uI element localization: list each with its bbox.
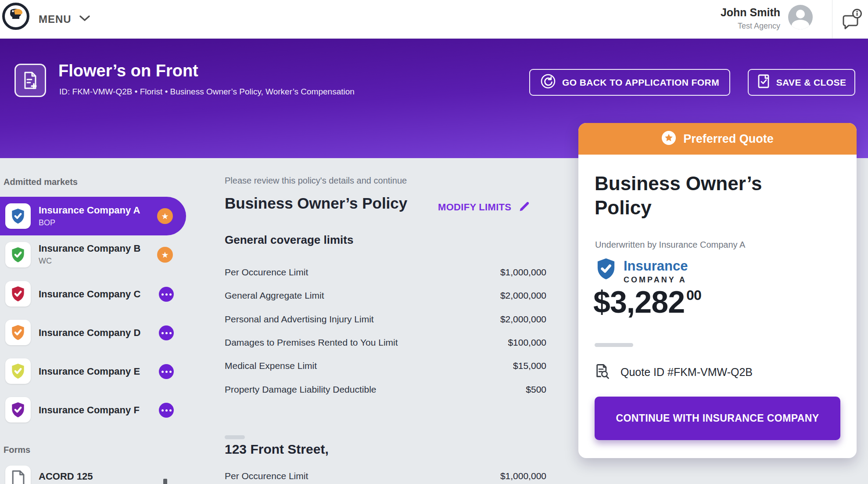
- limit-row: Personal and Advertising Injury Limit $2…: [225, 314, 546, 325]
- limit-value: $15,000: [513, 361, 546, 371]
- limit-label: Damages to Premises Rented to You Limit: [225, 337, 398, 348]
- card-divider: [595, 343, 633, 347]
- go-back-to-application-form-button[interactable]: GO BACK TO APPLICATION FORM: [529, 69, 730, 96]
- insurer-shield-icon: [594, 256, 618, 284]
- insurer-name-line2: COMPANY A: [624, 275, 688, 285]
- preferred-quote-banner: Preferred Quote: [578, 123, 857, 155]
- topbar: MENU John Smith Test Agency: [0, 0, 868, 39]
- avatar[interactable]: [788, 5, 813, 29]
- limit-value: $1,000,000: [500, 267, 546, 278]
- more-options-icon[interactable]: [159, 403, 174, 418]
- market-sub: WC: [39, 256, 52, 266]
- limit-row: Damages to Premises Rented to You Limit …: [225, 337, 546, 348]
- quote-price: $3,28200: [593, 285, 699, 320]
- shield-icon-company-a: [5, 203, 31, 229]
- quote-price-cents: 00: [686, 287, 701, 303]
- limit-label: General Aggregate Limit: [225, 290, 324, 301]
- shield-icon-company-b: [5, 242, 31, 267]
- limit-row: Property Damage Liability Deductible $50…: [225, 384, 546, 395]
- go-back-label: GO BACK TO APPLICATION FORM: [562, 77, 719, 88]
- toucan-logo-icon[interactable]: [2, 2, 30, 30]
- underwritten-by: Underwritten by Insurance Company A: [595, 240, 745, 250]
- application-meta: ID: FKM-VMW-Q2B • Florist • Business Own…: [59, 87, 355, 97]
- section-divider: [225, 435, 245, 439]
- market-name[interactable]: Insurance Company B: [39, 243, 140, 254]
- save-and-close-button[interactable]: SAVE & CLOSE: [748, 69, 855, 96]
- limit-value: $1,000,000: [500, 471, 546, 481]
- limit-row: Medical Expense Limit $15,000: [225, 361, 546, 371]
- insurer-logo: Insurance COMPANY A: [594, 256, 688, 285]
- page-title: Flower’s on Front: [58, 61, 198, 80]
- insurer-name-line1: Insurance: [624, 259, 688, 273]
- star-badge-icon[interactable]: ★: [157, 247, 173, 263]
- application-doc-icon: [14, 64, 46, 97]
- coverage-limits-title: General coverage limits: [225, 233, 353, 247]
- limit-row: Per Occurence Limit $1,000,000: [225, 267, 546, 278]
- market-name[interactable]: Insurance Company F: [39, 405, 140, 416]
- modify-limits-button[interactable]: MODIFY LIMITS: [438, 200, 531, 214]
- policy-section-title: Business Owner’s Policy: [225, 195, 407, 212]
- limit-row: Per Occurence Limit $1,000,000: [225, 471, 546, 481]
- user-name: John Smith: [721, 6, 780, 19]
- review-note: Please review this policy's details and …: [225, 176, 407, 186]
- admitted-markets-label: Admitted markets: [4, 177, 78, 187]
- quote-policy-title: Business Owner’s Policy: [595, 171, 823, 220]
- chevron-down-icon: [79, 15, 90, 23]
- clipped-icon: [163, 479, 167, 484]
- support-chat-icon[interactable]: [839, 8, 863, 32]
- forms-label: Forms: [4, 445, 30, 455]
- shield-icon-company-d: [5, 320, 31, 345]
- banner-label: Preferred Quote: [683, 132, 774, 146]
- app-root: MENU John Smith Test Agency: [0, 0, 868, 484]
- save-close-label: SAVE & CLOSE: [776, 77, 846, 88]
- undo-arrow-icon: [540, 73, 556, 91]
- form-name[interactable]: ACORD 125: [39, 471, 93, 482]
- market-name[interactable]: Insurance Company D: [39, 327, 140, 339]
- continue-with-insurance-company-button[interactable]: CONTINUE WITH INSURANCE COMPANY: [595, 397, 840, 440]
- limit-value: $2,000,000: [500, 290, 546, 301]
- market-name: Insurance Company A: [39, 205, 140, 216]
- modify-limits-label: MODIFY LIMITS: [438, 202, 511, 213]
- menu-button[interactable]: MENU: [39, 0, 90, 39]
- more-options-icon[interactable]: [159, 325, 174, 340]
- pencil-icon: [518, 200, 531, 214]
- limit-label: Per Occurence Limit: [225, 471, 308, 481]
- limit-label: Property Damage Liability Deductible: [225, 384, 377, 395]
- topbar-divider: [832, 0, 832, 39]
- shield-icon-company-c: [5, 281, 31, 307]
- quote-doc-search-icon: [594, 363, 611, 381]
- shield-icon-company-f: [5, 397, 31, 423]
- more-options-icon[interactable]: [159, 287, 174, 302]
- user-info: John Smith Test Agency: [721, 6, 780, 31]
- preferred-quote-card: Preferred Quote Business Owner’s Policy …: [578, 123, 857, 458]
- star-badge-icon[interactable]: ★: [157, 208, 173, 224]
- quote-id: Quote ID #FKM-VMW-Q2B: [621, 366, 753, 379]
- limit-label: Medical Expense Limit: [225, 361, 317, 371]
- doc-check-icon: [757, 74, 770, 91]
- market-name[interactable]: Insurance Company C: [39, 289, 140, 300]
- limit-value: $100,000: [508, 337, 546, 348]
- address-section-title: 123 Front Street,: [225, 442, 329, 457]
- market-name[interactable]: Insurance Company E: [39, 366, 140, 377]
- menu-label: MENU: [39, 13, 72, 25]
- acord-doc-icon: [5, 466, 31, 484]
- limit-value: $500: [526, 384, 546, 395]
- shield-icon-company-e: [5, 358, 31, 384]
- limit-row: General Aggregate Limit $2,000,000: [225, 290, 546, 301]
- limit-label: Personal and Advertising Injury Limit: [225, 314, 374, 325]
- market-sub: BOP: [39, 218, 55, 228]
- star-circle-icon: [661, 130, 676, 147]
- limit-value: $2,000,000: [500, 314, 546, 325]
- user-org: Test Agency: [721, 22, 780, 31]
- limit-label: Per Occurence Limit: [225, 267, 308, 278]
- more-options-icon[interactable]: [159, 364, 174, 379]
- quote-id-row: Quote ID #FKM-VMW-Q2B: [594, 363, 753, 381]
